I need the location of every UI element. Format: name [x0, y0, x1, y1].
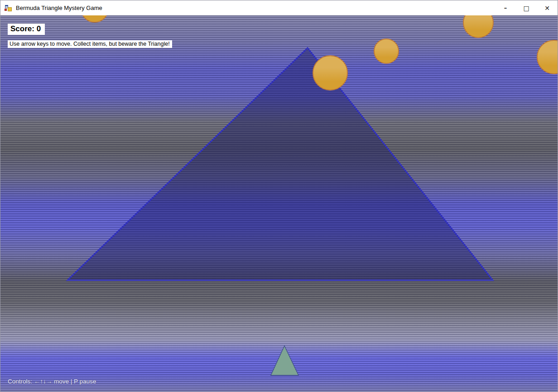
app-icon	[5, 5, 12, 12]
collectible-item	[81, 15, 108, 22]
close-button[interactable]: ✕	[537, 0, 558, 15]
player-triangle	[271, 346, 298, 375]
collectible-item	[463, 15, 493, 38]
game-window: Bermuda Triangle Mystery Game – □ ✕ Scor…	[0, 0, 558, 392]
game-canvas	[0, 15, 558, 392]
collectible-item	[374, 39, 399, 63]
mystery-triangle	[67, 48, 493, 280]
collectible-item	[313, 56, 347, 90]
game-area[interactable]: Score: 0 Use arrow keys to move. Collect…	[0, 15, 558, 392]
title-bar[interactable]: Bermuda Triangle Mystery Game – □ ✕	[0, 0, 558, 15]
controls-hint: Controls: ←↑↓→ move | P pause	[8, 378, 96, 385]
maximize-button[interactable]: □	[516, 0, 537, 15]
window-title: Bermuda Triangle Mystery Game	[16, 5, 102, 11]
minimize-button[interactable]: –	[495, 0, 516, 15]
score-label: Score: 0	[8, 24, 45, 35]
window-controls: – □ ✕	[495, 0, 558, 15]
collectible-item	[537, 40, 558, 74]
instructions-label: Use arrow keys to move. Collect items, b…	[8, 40, 172, 48]
